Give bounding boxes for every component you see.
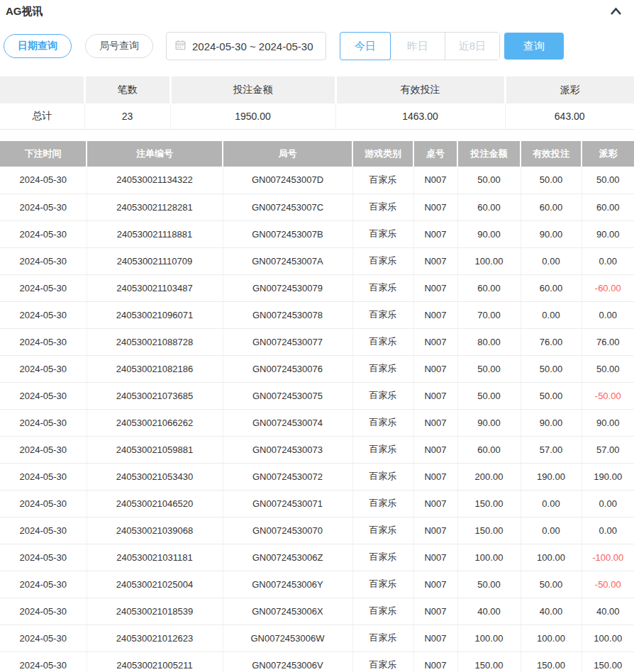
cell-bet-amount: 60.00 <box>457 436 521 463</box>
cell-table-no: N007 <box>413 463 457 490</box>
cell-bet-time: 2024-05-30 <box>0 167 87 194</box>
summary-total-count: 23 <box>84 103 170 130</box>
cell-valid-bet: 0.00 <box>521 490 582 517</box>
cell-game-type: 百家乐 <box>352 625 413 651</box>
cell-valid-bet: 60.00 <box>521 194 582 220</box>
cell-order-id: 240530021134322 <box>87 167 223 194</box>
quick-range-group: 今日 昨日 近8日 <box>340 32 500 60</box>
cell-game-type: 百家乐 <box>352 598 413 625</box>
cell-round-id: GN0072453006Z <box>223 544 352 571</box>
summary-total-row: 总计 23 1950.00 1463.00 643.00 <box>0 103 634 130</box>
cell-valid-bet: 60.00 <box>521 274 582 301</box>
cell-valid-bet: 57.00 <box>521 436 582 463</box>
cell-bet-time: 2024-05-30 <box>0 490 87 517</box>
cell-valid-bet: 0.00 <box>521 517 582 544</box>
table-row: 2024-05-30240530021025004GN0072453006Y百家… <box>0 571 634 598</box>
cell-round-id: GN00724530079 <box>223 274 352 301</box>
table-row: 2024-05-30240530021134322GN0072453007D百家… <box>0 167 634 194</box>
summary-header-bet-amount: 投注金额 <box>170 77 335 103</box>
records-body: 2024-05-30240530021134322GN0072453007D百家… <box>0 167 634 672</box>
cell-payout: -50.00 <box>582 382 634 409</box>
cell-bet-amount: 100.00 <box>457 544 521 571</box>
col-header-table-no: 桌号 <box>413 141 457 167</box>
cell-round-id: GN00724530076 <box>223 355 352 382</box>
cell-round-id: GN0072453006X <box>223 598 352 625</box>
cell-round-id: GN00724530072 <box>223 463 352 490</box>
cell-table-no: N007 <box>413 328 457 355</box>
cell-bet-time: 2024-05-30 <box>0 436 87 463</box>
cell-bet-time: 2024-05-30 <box>0 301 87 328</box>
cell-round-id: GN00724530075 <box>223 382 352 409</box>
cell-game-type: 百家乐 <box>352 651 413 672</box>
cell-bet-time: 2024-05-30 <box>0 220 87 247</box>
cell-game-type: 百家乐 <box>352 167 413 194</box>
cell-order-id: 240530021073685 <box>87 382 223 409</box>
cell-bet-amount: 90.00 <box>457 220 521 247</box>
cell-bet-time: 2024-05-30 <box>0 247 87 274</box>
cell-order-id: 240530021110709 <box>87 247 223 274</box>
cell-bet-amount: 150.00 <box>457 490 521 517</box>
summary-total-payout: 643.00 <box>505 103 634 130</box>
collapse-button[interactable] <box>609 6 623 18</box>
cell-order-id: 240530021046520 <box>87 490 223 517</box>
cell-order-id: 240530021025004 <box>87 571 223 598</box>
table-row: 2024-05-30240530021012623GN0072453006W百家… <box>0 625 634 651</box>
quick-yesterday-button[interactable]: 昨日 <box>390 33 445 60</box>
cell-game-type: 百家乐 <box>352 220 413 247</box>
summary-total-valid-bet: 1463.00 <box>335 103 505 130</box>
cell-valid-bet: 50.00 <box>521 167 582 194</box>
date-query-tab[interactable]: 日期查询 <box>4 34 72 58</box>
quick-today-button[interactable]: 今日 <box>340 32 391 60</box>
cell-bet-amount: 60.00 <box>457 274 521 301</box>
cell-bet-amount: 100.00 <box>457 247 521 274</box>
cell-payout: 90.00 <box>582 220 634 247</box>
table-row: 2024-05-30240530021118881GN0072453007B百家… <box>0 220 634 247</box>
cell-bet-time: 2024-05-30 <box>0 274 87 301</box>
cell-table-no: N007 <box>413 355 457 382</box>
date-range-input[interactable]: 2024-05-30 ~ 2024-05-30 <box>166 32 326 60</box>
table-row: 2024-05-30240530021018539GN0072453006X百家… <box>0 598 634 625</box>
cell-round-id: GN00724530074 <box>223 409 352 436</box>
cell-payout: 50.00 <box>582 355 634 382</box>
cell-round-id: GN0072453006W <box>223 625 352 651</box>
cell-table-no: N007 <box>413 625 457 651</box>
summary-header-valid-bet: 有效投注 <box>335 77 505 103</box>
summary-table: 笔数 投注金额 有效投注 派彩 总计 23 1950.00 1463.00 64… <box>0 77 634 130</box>
cell-valid-bet: 90.00 <box>521 220 582 247</box>
cell-game-type: 百家乐 <box>352 328 413 355</box>
cell-table-no: N007 <box>413 436 457 463</box>
table-row: 2024-05-30240530021096071GN00724530078百家… <box>0 301 634 328</box>
cell-round-id: GN00724530077 <box>223 328 352 355</box>
summary-header-row: 笔数 投注金额 有效投注 派彩 <box>0 77 634 103</box>
cell-bet-amount: 50.00 <box>457 355 521 382</box>
cell-order-id: 240530021039068 <box>87 517 223 544</box>
cell-table-no: N007 <box>413 194 457 220</box>
cell-payout: -100.00 <box>582 544 634 571</box>
cell-game-type: 百家乐 <box>352 571 413 598</box>
col-header-game-type: 游戏类别 <box>352 141 413 167</box>
cell-order-id: 240530021012623 <box>87 625 223 651</box>
table-row: 2024-05-30240530021046520GN00724530071百家… <box>0 490 634 517</box>
cell-valid-bet: 0.00 <box>521 301 582 328</box>
chevron-up-icon <box>609 9 623 20</box>
summary-header-blank <box>0 77 84 103</box>
cell-table-no: N007 <box>413 651 457 672</box>
cell-table-no: N007 <box>413 409 457 436</box>
cell-valid-bet: 76.00 <box>521 328 582 355</box>
ag-video-panel: AG视讯 日期查询 局号查询 <box>0 0 634 672</box>
cell-game-type: 百家乐 <box>352 544 413 571</box>
cell-bet-amount: 200.00 <box>457 463 521 490</box>
cell-game-type: 百家乐 <box>352 490 413 517</box>
quick-last8days-button[interactable]: 近8日 <box>445 33 499 60</box>
col-header-round-id: 局号 <box>223 141 352 167</box>
cell-order-id: 240530021018539 <box>87 598 223 625</box>
round-query-tab[interactable]: 局号查询 <box>85 34 153 58</box>
cell-bet-amount: 60.00 <box>457 194 521 220</box>
col-header-order-id: 注单编号 <box>87 141 223 167</box>
cell-bet-amount: 40.00 <box>457 598 521 625</box>
cell-bet-time: 2024-05-30 <box>0 544 87 571</box>
cell-round-id: GN0072453006Y <box>223 571 352 598</box>
cell-payout: 0.00 <box>582 301 634 328</box>
search-button[interactable]: 查询 <box>504 33 564 60</box>
cell-bet-amount: 80.00 <box>457 328 521 355</box>
